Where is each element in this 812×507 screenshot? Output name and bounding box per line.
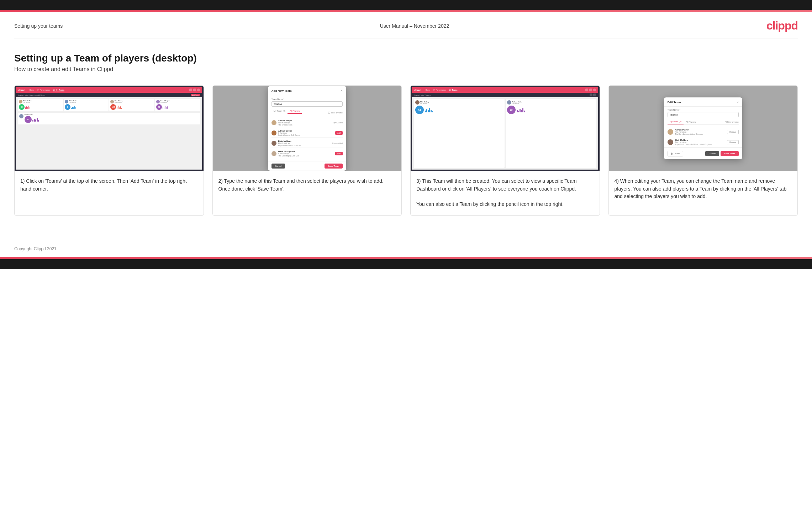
ss1-bottom-players: Richard Butler 72 (18, 113, 200, 124)
ss3-bar (522, 108, 523, 112)
ss1-bar (167, 106, 168, 109)
ss1-p4-score: 78 (156, 104, 162, 110)
header-section-label: Setting up your teams (14, 23, 63, 29)
ss1-bar (35, 119, 36, 122)
tab-all-players[interactable]: All Players (288, 109, 302, 114)
add-player-2-button[interactable]: Add (335, 131, 343, 135)
ss1-bar (75, 107, 76, 109)
ss1-bar (117, 107, 117, 109)
player-3-avatar (271, 141, 276, 146)
edit-action-buttons: Cancel Save Team (705, 151, 739, 156)
tab-my-team[interactable]: My Team (2) (271, 109, 288, 114)
ss1-bar (165, 106, 165, 109)
header: Setting up your teams User Manual – Nove… (0, 12, 812, 38)
save-team-button[interactable]: Save Team (325, 164, 343, 169)
bottom-bar (0, 259, 812, 269)
player-row-2: Adrian Coliba 1 Handicap Central London … (271, 129, 343, 138)
team-name-input[interactable]: Team A (271, 101, 343, 107)
edit-filter-checkbox[interactable] (725, 121, 727, 123)
ss3-grid-icon[interactable] (593, 94, 596, 96)
ss1-player-2: Adrian Collins Plus Handicap 0 (64, 99, 109, 111)
header-manual-title: User Manual – November 2022 (380, 23, 449, 29)
ss3-p2-club: Plus Handicap (512, 103, 522, 104)
edit-filter: Filter by name (725, 121, 739, 123)
ss1-bar (28, 106, 29, 109)
ss1-nav-home: Home (30, 89, 34, 91)
edit-p1-info: Adrian Player Plus Handicap The Shire Lo… (675, 129, 725, 135)
cancel-button[interactable]: Cancel (271, 164, 285, 169)
page-title: Setting up a Team of players (desktop) (14, 53, 798, 64)
ss1-p2-avatar (65, 100, 68, 103)
player-row-1: Adrian Player Plus Handicap The Shire Lo… (271, 118, 343, 127)
ss1-bar (74, 106, 75, 109)
remove-player-2-button[interactable]: Remove (727, 140, 739, 144)
ss1-p3-score: 194 (110, 104, 116, 110)
edit-tab-my-team[interactable]: My Team (2) (668, 119, 684, 124)
edit-team-name-input[interactable]: Team A (668, 112, 739, 117)
ss1-icon-avatar (197, 89, 200, 91)
ss3-logo: clippd (414, 89, 421, 91)
ss1-p1-score: 84 (19, 104, 25, 110)
ss3-bar (432, 111, 433, 112)
filter-checkbox[interactable] (328, 112, 330, 114)
ss1-player-3: Blair McHarg Plus Handicap 194 (109, 99, 154, 111)
player-4-info: Dave Billingham 5.9 Handicap The Oxo Mag… (278, 150, 333, 157)
ss1-bar (73, 107, 74, 109)
modal-body: Team Name * Team A My Team (2) All Playe… (268, 95, 346, 161)
ss1-content-area: Adrian Collins Plus Handicap 84 (16, 97, 202, 170)
ss1-subnav: Viewing 4 out of 4 players from: All Pla… (16, 93, 202, 97)
edit-p1-location: The Shire London, United Kingdom (675, 133, 725, 135)
edit-modal-header: Edit Team × (664, 97, 742, 107)
add-team-modal: Add New Team × Team Name * Team A My Tea… (268, 86, 346, 171)
ss1-nav-perf: My Performance (37, 89, 50, 91)
edit-player-row-2: Blair McHarg Plus Handicap Royal North D… (664, 137, 742, 148)
modal-close-icon[interactable]: × (341, 89, 343, 93)
add-player-4-button[interactable]: Add (335, 152, 343, 155)
ss1-p5-avatar (19, 114, 23, 118)
card-1-description: 1) Click on 'Teams' at the top of the sc… (15, 171, 204, 200)
ss3-bar (425, 111, 426, 112)
ss1-bar (30, 107, 30, 109)
ss3-player-1: Blair McHarg Plus Handicap 94 (414, 99, 505, 168)
ss1-p4-avatar (156, 100, 160, 103)
edit-p1-avatar (668, 129, 673, 135)
screenshot-teams-dashboard: clippd Home My Performance My My Teams V… (15, 86, 204, 171)
ss3-search-icon (585, 89, 588, 91)
player-2-avatar (271, 130, 276, 135)
edit-tab-all-players[interactable]: All Players (684, 120, 698, 124)
ss1-p2-score: 0 (65, 104, 70, 110)
ss1-nav-teams: My My Teams (53, 89, 64, 91)
ss3-bar (429, 108, 430, 112)
edit-filter-label: Filter by name (727, 121, 739, 123)
ss1-icon-notif (193, 89, 196, 91)
modal-tabs: My Team (2) All Players (271, 109, 302, 114)
edit-cancel-button[interactable]: Cancel (705, 151, 719, 156)
ss3-p1-avatar (415, 100, 420, 105)
card-1: clippd Home My Performance My My Teams V… (14, 85, 204, 216)
ss1-bar (37, 118, 38, 122)
ss3-player-2: Richard Butler Plus Handicap 72 (506, 99, 596, 168)
edit-p2-info: Blair McHarg Plus Handicap Royal North D… (675, 139, 725, 145)
player-4-avatar (271, 151, 276, 156)
delete-button[interactable]: 🗑 Delete (668, 151, 683, 156)
edit-save-team-button[interactable]: Save Team (721, 151, 739, 156)
ss3-edit-icons (590, 94, 596, 96)
player-1-info: Adrian Player Plus Handicap The Shire Lo… (278, 119, 330, 126)
ss1-add-team-btn[interactable]: Add Team (191, 94, 200, 96)
ss3-avatar-icon (593, 89, 596, 91)
edit-modal-close-icon[interactable]: × (737, 100, 739, 104)
ss3-p1-score: 94 (415, 106, 424, 114)
ss1-bar (25, 107, 26, 109)
ss1-player-5: Richard Butler 72 (18, 113, 200, 124)
ss1-player-4: Dave Billingham 5.9 Handicap 78 (155, 99, 200, 111)
ss3-p2-avatar (507, 100, 511, 105)
player-1-avatar (271, 120, 276, 125)
card-3-description: 3) This Team will then be created. You c… (411, 171, 600, 215)
trash-icon: 🗑 (671, 153, 673, 155)
ss1-player-1: Adrian Collins Plus Handicap 84 (18, 99, 63, 111)
ss3-pencil-icon[interactable] (590, 94, 592, 96)
screenshot-edit-team-modal: Edit Team × Team Name * Team A My Team (… (609, 86, 798, 171)
modal-title: Add New Team (271, 89, 292, 92)
remove-player-1-button[interactable]: Remove (727, 130, 739, 134)
edit-modal-title: Edit Team (668, 101, 681, 104)
